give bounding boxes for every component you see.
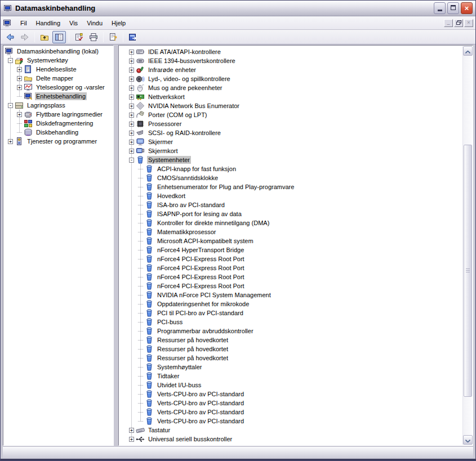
tree-item-label[interactable]: Hendelsesliste: [35, 65, 78, 73]
tree-item-label[interactable]: Ytelseslogger og -varsler: [35, 83, 106, 91]
tree-item[interactable]: +NVIDIA Network Bus Enumerator: [119, 101, 465, 110]
tree-item[interactable]: nForce4 PCI-Express Root Port: [119, 281, 465, 290]
tree-item[interactable]: Tidtaker: [119, 372, 465, 381]
expand-toggle[interactable]: +: [129, 86, 134, 91]
tree-item[interactable]: +Skjermkort: [119, 146, 465, 155]
tree-item[interactable]: ISA-bro av PCI-standard: [119, 200, 465, 209]
tree-item-label[interactable]: nForce4 PCI-Express Root Port: [156, 282, 246, 290]
child-minimize-button[interactable]: _: [444, 19, 453, 27]
show-hide-console-tree-button[interactable]: [52, 31, 66, 43]
tree-item-label[interactable]: Utvidet I/U-buss: [156, 381, 202, 389]
tree-item-label[interactable]: Programmerbar avbruddskontroller: [156, 327, 255, 335]
tree-item[interactable]: ACPI-knapp for fast funksjon: [119, 164, 465, 173]
tree-item-label[interactable]: ISA-bro av PCI-standard: [156, 201, 226, 209]
tree-item[interactable]: +Porter (COM og LPT): [119, 110, 465, 119]
menu-vindu[interactable]: Vindu: [82, 18, 107, 28]
tree-item-label[interactable]: PCI-buss: [156, 318, 184, 326]
expand-toggle[interactable]: +: [17, 85, 22, 90]
expand-toggle[interactable]: +: [129, 122, 134, 127]
tree-item[interactable]: nForce4 HyperTransport Bridge: [119, 245, 465, 254]
expand-toggle[interactable]: +: [129, 149, 134, 154]
scroll-thumb[interactable]: [464, 145, 472, 397]
expand-toggle[interactable]: +: [8, 139, 13, 144]
vertical-scrollbar[interactable]: [462, 46, 472, 445]
export-list-button[interactable]: [126, 31, 140, 43]
tree-item-label[interactable]: IDE ATA/ATAPI-kontrollere: [147, 48, 222, 56]
tree-item-label[interactable]: Enhetsenumerator for Plug and Play-progr…: [156, 183, 295, 191]
tree-item-label[interactable]: Matematikkprosessor: [156, 228, 217, 236]
tree-item-label[interactable]: nForce4 PCI-Express Root Port: [156, 273, 246, 281]
tree-item-label[interactable]: Diskdefragmentering: [35, 119, 95, 127]
tree-item-label[interactable]: Enhetsbehandling: [35, 92, 87, 100]
expand-toggle[interactable]: +: [129, 131, 134, 136]
expand-toggle[interactable]: +: [129, 113, 134, 118]
tree-item[interactable]: Microsoft ACPI-kompatibelt system: [119, 236, 465, 245]
tree-item[interactable]: Diskbehandling: [3, 128, 113, 137]
expand-toggle[interactable]: +: [17, 112, 22, 117]
tree-item-label[interactable]: PCI til PCI-bro av PCI-standard: [156, 309, 244, 317]
tree-item-label[interactable]: Tidtaker: [156, 372, 180, 380]
expand-toggle[interactable]: +: [129, 59, 134, 64]
print-button[interactable]: [87, 31, 100, 43]
tree-item-label[interactable]: Porter (COM og LPT): [147, 111, 208, 119]
tree-item-label[interactable]: Infrarøde enheter: [147, 66, 197, 74]
tree-item-label[interactable]: Ressurser på hovedkortet: [156, 345, 229, 353]
tree-item-label[interactable]: Flyttbare lagringsmedier: [35, 110, 104, 118]
tree-item[interactable]: -Systemverktøy: [3, 56, 113, 65]
tree-item-label[interactable]: Systemenheter: [147, 156, 191, 164]
tree-item[interactable]: +IDE ATA/ATAPI-kontrollere: [119, 47, 465, 56]
tree-item-label[interactable]: Verts-CPU-bro av PCI-standard: [156, 390, 245, 398]
tree-item[interactable]: Verts-CPU-bro av PCI-standard: [119, 408, 465, 417]
tree-item[interactable]: +Lyd-, video- og spillkontrollere: [119, 74, 465, 83]
tree-item[interactable]: +Ytelseslogger og -varsler: [3, 83, 113, 92]
tree-item[interactable]: +Tjenester og programmer: [3, 137, 113, 146]
tree-item[interactable]: +Mus og andre pekeenheter: [119, 83, 465, 92]
tree-item-label[interactable]: Verts-CPU-bro av PCI-standard: [156, 417, 245, 425]
scroll-down-button[interactable]: [463, 435, 473, 445]
tree-item-label[interactable]: nForce4 HyperTransport Bridge: [156, 246, 245, 254]
tree-item-label[interactable]: nForce4 PCI-Express Root Port: [156, 255, 246, 263]
tree-item-label[interactable]: Kontroller for direkte minnetilgang (DMA…: [156, 219, 270, 227]
tree-item[interactable]: Kontroller for direkte minnetilgang (DMA…: [119, 218, 465, 227]
tree-item[interactable]: +Flyttbare lagringsmedier: [3, 110, 113, 119]
tree-item[interactable]: Verts-CPU-bro av PCI-standard: [119, 390, 465, 399]
tree-item-label[interactable]: nForce4 PCI-Express Root Port: [156, 264, 246, 272]
tree-item-label[interactable]: Lyd-, video- og spillkontrollere: [147, 75, 232, 83]
maximize-button[interactable]: [447, 2, 459, 14]
tree-item[interactable]: -Systemenheter: [119, 155, 465, 164]
tree-item[interactable]: nForce4 PCI-Express Root Port: [119, 254, 465, 263]
expand-toggle[interactable]: +: [129, 95, 134, 100]
tree-item[interactable]: +Hendelsesliste: [3, 65, 113, 74]
close-button[interactable]: ×: [461, 2, 473, 14]
expand-toggle[interactable]: +: [129, 140, 134, 145]
tree-item-label[interactable]: SCSI- og RAID-kontrollere: [147, 129, 222, 137]
tree-item[interactable]: +SCSI- og RAID-kontrollere: [119, 128, 465, 137]
tree-item-label[interactable]: IEEE 1394-bussvertskontrollere: [147, 57, 237, 65]
expand-toggle[interactable]: +: [129, 77, 134, 82]
tree-item-label[interactable]: Oppdateringsenhet for mikrokode: [156, 300, 250, 308]
tree-item[interactable]: Oppdateringsenhet for mikrokode: [119, 299, 465, 308]
tree-item[interactable]: +Universal seriell busskontroller: [119, 435, 465, 444]
expand-toggle[interactable]: +: [129, 437, 134, 442]
tree-item[interactable]: PCI til PCI-bro av PCI-standard: [119, 308, 465, 317]
tree-item-label[interactable]: NVIDIA nForce PCI System Management: [156, 291, 272, 299]
expand-toggle[interactable]: +: [129, 428, 134, 433]
collapse-toggle[interactable]: -: [8, 58, 13, 63]
tree-item[interactable]: +Tastatur: [119, 426, 465, 435]
tree-item-label[interactable]: Tastatur: [147, 426, 171, 434]
tree-item-label[interactable]: ACPI-knapp for fast funksjon: [156, 165, 237, 173]
tree-item[interactable]: PCI-buss: [119, 317, 465, 326]
tree-item[interactable]: Enhetsenumerator for Plug and Play-progr…: [119, 182, 465, 191]
tree-item[interactable]: NVIDIA nForce PCI System Management: [119, 290, 465, 299]
tree-item[interactable]: Hovedkort: [119, 191, 465, 200]
child-restore-button[interactable]: [454, 19, 463, 27]
tree-item[interactable]: nForce4 PCI-Express Root Port: [119, 272, 465, 281]
tree-item[interactable]: Ressurser på hovedkortet: [119, 344, 465, 353]
tree-item-label[interactable]: Datamaskinbehandling (lokal): [16, 47, 100, 55]
tree-item[interactable]: Matematikkprosessor: [119, 227, 465, 236]
tree-item[interactable]: +Nettverkskort: [119, 92, 465, 101]
tree-item[interactable]: CMOS/sanntidsklokke: [119, 173, 465, 182]
up-one-level-button[interactable]: [38, 31, 51, 43]
help-button[interactable]: ?: [106, 31, 120, 43]
tree-item-label[interactable]: CMOS/sanntidsklokke: [156, 174, 219, 182]
